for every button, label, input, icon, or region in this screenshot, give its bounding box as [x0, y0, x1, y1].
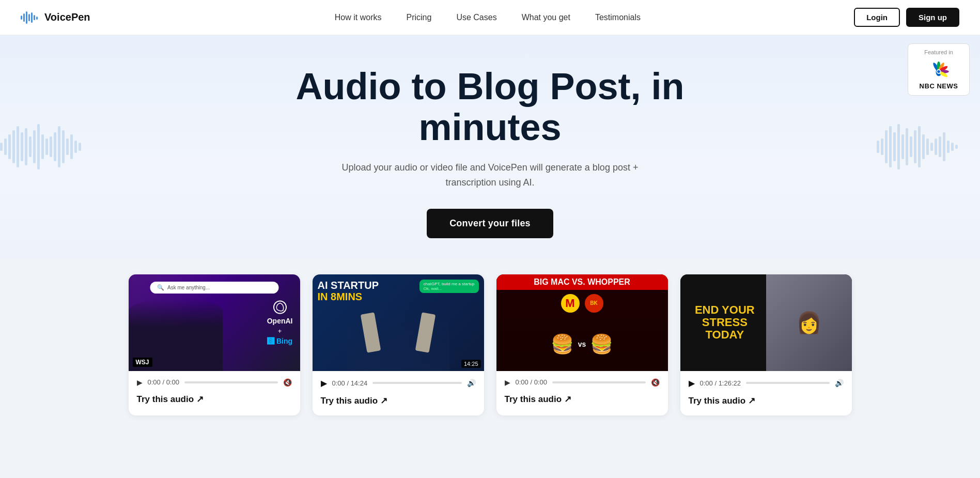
- svg-rect-19: [50, 136, 52, 157]
- svg-rect-25: [74, 141, 77, 153]
- svg-rect-28: [881, 138, 883, 155]
- svg-rect-0: [21, 16, 22, 20]
- svg-rect-5: [34, 15, 35, 20]
- nav-link-how-it-works[interactable]: How it works: [335, 13, 382, 22]
- card-3-player: ▶ 0:00 / 0:00 🔇: [496, 371, 668, 394]
- svg-rect-4: [31, 12, 33, 23]
- card-3-progress-bar[interactable]: [552, 381, 646, 383]
- svg-rect-40: [930, 143, 933, 151]
- svg-rect-43: [943, 132, 945, 161]
- svg-rect-14: [29, 136, 32, 157]
- card-2-play-button[interactable]: ▶: [321, 378, 327, 388]
- svg-rect-20: [54, 132, 56, 161]
- svg-rect-42: [939, 136, 941, 157]
- card-4-label[interactable]: Try this audio ↗: [680, 395, 852, 415]
- svg-rect-10: [12, 130, 15, 163]
- svg-rect-21: [58, 126, 60, 167]
- card-2-time: 0:00 / 14:24: [332, 379, 368, 387]
- svg-rect-1: [23, 13, 25, 22]
- card-4-volume-icon[interactable]: 🔊: [835, 379, 844, 387]
- featured-label: Featured in: [924, 49, 953, 55]
- svg-rect-24: [70, 134, 73, 159]
- card-1-time: 0:00 / 0:00: [148, 378, 179, 386]
- cards-grid: 🔍 Ask me anything... OpenAI + 🅱 Bing: [129, 274, 852, 415]
- svg-rect-38: [922, 134, 925, 159]
- nbc-badge: Featured in NBC NEWS: [908, 43, 970, 96]
- card-2-volume-icon[interactable]: 🔊: [467, 379, 476, 387]
- svg-rect-32: [897, 124, 900, 169]
- nav-link-pricing[interactable]: Pricing: [406, 13, 431, 22]
- waveform-right: [877, 116, 980, 178]
- nav-link-use-cases[interactable]: Use Cases: [456, 13, 496, 22]
- svg-rect-22: [62, 130, 65, 163]
- hero-subtitle: Upload your audio or video file and Voic…: [330, 160, 650, 190]
- svg-rect-41: [935, 138, 937, 155]
- card-2-chatgpt-bubble: chatGPT, build me a startup Ok, wait...: [419, 280, 479, 293]
- svg-rect-12: [21, 132, 23, 161]
- svg-rect-46: [955, 145, 958, 149]
- nav-link-testimonials[interactable]: Testimonials: [595, 13, 641, 22]
- card-2-thumbnail: AI STARTUP In 8mins chatGPT, build me a …: [313, 274, 484, 371]
- card-4: END YOUR STRESS TODAY 👩 ▶ 0:00 / 1:26:22…: [680, 274, 852, 415]
- card-4-play-button[interactable]: ▶: [689, 378, 695, 388]
- svg-rect-27: [877, 141, 879, 153]
- card-1-player: ▶ 0:00 / 0:00 🔇: [129, 371, 300, 394]
- navbar: VoicePen How it works Pricing Use Cases …: [0, 0, 980, 35]
- svg-rect-8: [4, 138, 7, 155]
- svg-rect-30: [889, 126, 892, 167]
- card-4-player: ▶ 0:00 / 1:26:22 🔊: [680, 371, 852, 395]
- card-3-thumbnail: BIG MAC VS. WHOPPER M BK 🍔 vs 🍔: [496, 274, 668, 371]
- card-1-play-button[interactable]: ▶: [137, 378, 143, 387]
- nav-link-what-you-get[interactable]: What you get: [522, 13, 570, 22]
- hero-section: Featured in NBC NEWS Audio to Blog Post,…: [0, 35, 980, 259]
- card-2-progress-bar[interactable]: [372, 382, 461, 384]
- card-3-banner: BIG MAC VS. WHOPPER: [496, 274, 668, 290]
- waveform-left: [0, 116, 103, 178]
- card-2-player: ▶ 0:00 / 14:24 🔊: [313, 371, 484, 395]
- card-2: AI STARTUP In 8mins chatGPT, build me a …: [313, 274, 484, 415]
- svg-rect-29: [885, 130, 888, 163]
- wsj-badge: WSJ: [133, 358, 152, 367]
- card-1-thumbnail: 🔍 Ask me anything... OpenAI + 🅱 Bing: [129, 274, 300, 371]
- card-4-title: END YOUR STRESS TODAY: [686, 304, 765, 342]
- nbc-peacock-icon: [927, 57, 950, 80]
- login-button[interactable]: Login: [854, 8, 900, 27]
- svg-rect-35: [910, 136, 912, 157]
- card-1-volume-icon[interactable]: 🔇: [283, 378, 292, 387]
- card-4-left-panel: END YOUR STRESS TODAY: [680, 274, 770, 371]
- card-1-progress-bar[interactable]: [184, 381, 278, 383]
- card-1-label[interactable]: Try this audio ↗: [129, 394, 300, 414]
- svg-rect-34: [906, 128, 908, 165]
- logo-link[interactable]: VoicePen: [21, 10, 90, 25]
- card-3-play-button[interactable]: ▶: [505, 378, 510, 387]
- card-3-label[interactable]: Try this audio ↗: [496, 394, 668, 414]
- convert-button[interactable]: Convert your files: [427, 209, 553, 238]
- svg-rect-33: [901, 134, 904, 159]
- logo-text: VoicePen: [44, 11, 90, 23]
- svg-rect-16: [37, 124, 40, 169]
- svg-rect-45: [951, 143, 954, 151]
- card-4-thumbnail: END YOUR STRESS TODAY 👩: [680, 274, 852, 371]
- card-4-progress-bar[interactable]: [746, 382, 829, 384]
- svg-rect-7: [0, 143, 3, 151]
- svg-rect-15: [33, 130, 36, 163]
- card-3-time: 0:00 / 0:00: [516, 378, 547, 386]
- cards-section: 🔍 Ask me anything... OpenAI + 🅱 Bing: [0, 259, 980, 446]
- card-2-label[interactable]: Try this audio ↗: [313, 395, 484, 415]
- card-4-right-panel: 👩: [766, 274, 852, 371]
- svg-rect-11: [17, 126, 19, 167]
- card-3-volume-icon[interactable]: 🔇: [651, 378, 660, 387]
- svg-rect-23: [66, 138, 69, 155]
- nav-actions: Login Sign up: [854, 8, 959, 27]
- card-3: BIG MAC VS. WHOPPER M BK 🍔 vs 🍔: [496, 274, 668, 415]
- card-1-searchbar: 🔍 Ask me anything...: [150, 282, 278, 294]
- svg-rect-6: [36, 17, 38, 20]
- svg-rect-37: [918, 126, 921, 167]
- signup-button[interactable]: Sign up: [906, 8, 959, 27]
- nav-links: How it works Pricing Use Cases What you …: [121, 13, 854, 22]
- svg-rect-9: [8, 134, 11, 159]
- svg-rect-44: [947, 141, 950, 153]
- svg-rect-13: [25, 128, 27, 165]
- svg-rect-31: [893, 132, 896, 161]
- card-1: 🔍 Ask me anything... OpenAI + 🅱 Bing: [129, 274, 300, 415]
